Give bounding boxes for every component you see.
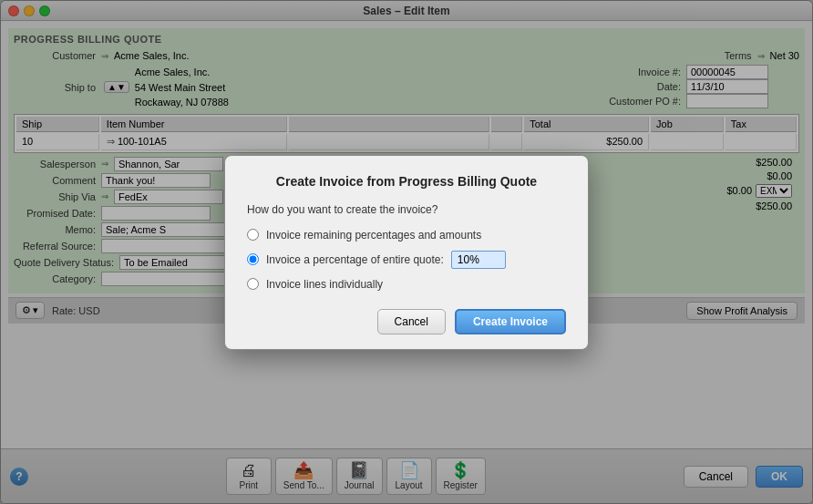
modal-title: Create Invoice from Progress Billing Quo… (247, 174, 566, 189)
percentage-input[interactable] (451, 251, 506, 269)
modal-dialog: Create Invoice from Progress Billing Quo… (224, 155, 589, 350)
modal-overlay: Create Invoice from Progress Billing Quo… (0, 0, 813, 504)
modal-cancel-button[interactable]: Cancel (377, 309, 446, 334)
option1-row: Invoice remaining percentages and amount… (247, 229, 566, 242)
modal-create-button[interactable]: Create Invoice (455, 309, 566, 334)
option2-label[interactable]: Invoice a percentage of entire quote: (266, 253, 444, 266)
option3-row: Invoice lines individually (247, 278, 566, 291)
modal-buttons: Cancel Create Invoice (247, 309, 566, 334)
option1-radio[interactable] (247, 229, 259, 241)
option3-label[interactable]: Invoice lines individually (266, 278, 383, 291)
option3-radio[interactable] (247, 278, 259, 290)
option1-label[interactable]: Invoice remaining percentages and amount… (266, 229, 481, 242)
option2-radio[interactable] (247, 253, 259, 265)
modal-question: How do you want to create the invoice? (247, 203, 566, 216)
option2-row: Invoice a percentage of entire quote: (247, 251, 566, 269)
